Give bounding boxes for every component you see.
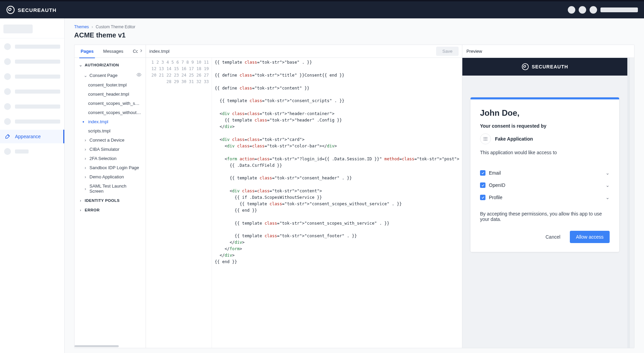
tree-file[interactable]: consent_scopes_without_service.tmpl — [75, 108, 146, 117]
chevron-down-icon[interactable]: ⌄ — [606, 182, 610, 188]
tree-group-label: Sandbox IDP Login Page — [89, 165, 139, 170]
eye-icon[interactable] — [136, 72, 142, 78]
chevron-down-icon[interactable]: ⌄ — [606, 170, 610, 176]
breadcrumb-current: Custom Theme Editor — [96, 25, 135, 29]
tree-group[interactable]: ›2FA Selection — [75, 154, 146, 163]
chevron-down-icon[interactable]: ⌄ — [606, 195, 610, 200]
page-head: Themes › Custom Theme Editor ACME theme … — [65, 18, 644, 45]
tree-group-label: Connect a Device — [89, 138, 125, 143]
brand-mark-icon — [6, 5, 15, 14]
tree-file[interactable]: scripts.tmpl — [75, 126, 146, 135]
paintbrush-icon — [4, 133, 11, 140]
svg-point-11 — [486, 140, 487, 141]
breadcrumb: Themes › Custom Theme Editor — [74, 25, 634, 29]
svg-point-8 — [486, 139, 487, 139]
brand-mark-icon — [522, 63, 529, 70]
tree-group[interactable]: ›SAML Test Launch Screen — [75, 181, 146, 196]
tree-section-label: ERROR — [85, 208, 100, 212]
cancel-button[interactable]: Cancel — [539, 231, 566, 243]
tab-pages[interactable]: Pages — [76, 45, 98, 58]
code-body[interactable]: {{ template class="tok-str">"base" . }} … — [212, 58, 462, 348]
preview-vertical-scrollbar[interactable] — [629, 58, 634, 348]
scope-row[interactable]: Email ⌄ — [480, 167, 610, 179]
header-placeholder-circle[interactable] — [579, 6, 586, 14]
brand-logo[interactable]: SECUREAUTH — [6, 5, 56, 14]
chevron-right-icon: › — [83, 186, 87, 191]
svg-point-3 — [484, 137, 484, 138]
allow-access-button[interactable]: Allow access — [570, 231, 610, 243]
editor-shell: Pages Messages Components ⌄ AUTHORIZATIO… — [74, 45, 634, 348]
header-placeholder-circle[interactable] — [590, 6, 597, 14]
sidebar-item-label: Appearance — [15, 134, 41, 139]
tab-messages[interactable]: Messages — [98, 45, 128, 58]
tree-file[interactable]: consent_scopes_with_service.tmpl — [75, 99, 146, 108]
tree-file[interactable]: consent_footer.tmpl — [75, 80, 146, 90]
chevron-right-icon: › — [83, 165, 87, 170]
save-button[interactable]: Save — [436, 47, 459, 56]
sidebar-item-placeholder[interactable] — [0, 55, 64, 68]
tree-section-identity-pools[interactable]: ›IDENTITY POOLS — [75, 196, 146, 205]
preview-viewport[interactable]: SECUREAUTH John Doe, Your consent is req… — [462, 58, 629, 348]
tree-section-authorization[interactable]: ⌄ AUTHORIZATION — [75, 60, 146, 70]
svg-point-7 — [485, 139, 486, 139]
tree-section-error[interactable]: ›ERROR — [75, 205, 146, 215]
consent-user-name: John Doe, — [480, 108, 610, 118]
preview-panel: Preview SECUREAUTH — [462, 45, 634, 348]
chevron-right-icon: › — [83, 147, 87, 152]
svg-point-9 — [484, 140, 484, 141]
chevron-right-icon: › — [83, 174, 87, 179]
tree-group[interactable]: ›Connect a Device — [75, 135, 146, 145]
sidebar-item-appearance[interactable]: Appearance — [0, 130, 64, 143]
sidebar-item-placeholder[interactable] — [0, 40, 64, 53]
tree-group-consent-page[interactable]: ⌄ Consent Page — [75, 70, 146, 80]
app-header: SECUREAUTH — [0, 1, 644, 18]
chevron-down-icon: ⌄ — [79, 63, 83, 67]
brand-text: SECUREAUTH — [18, 7, 56, 13]
chevron-right-icon: › — [79, 208, 83, 212]
tabs-scroll-right-icon[interactable] — [139, 48, 144, 54]
tree-group[interactable]: ›Sandbox IDP Login Page — [75, 163, 146, 172]
tree-group-label: Consent Page — [89, 73, 117, 78]
scope-row[interactable]: OpenID ⌄ — [480, 179, 610, 191]
chevron-down-icon: ⌄ — [83, 73, 87, 78]
tab-components[interactable]: Components — [128, 45, 138, 58]
sidebar-item-placeholder[interactable] — [0, 85, 64, 98]
checkbox-checked-icon[interactable] — [480, 195, 485, 200]
tree-section-label: AUTHORIZATION — [85, 63, 119, 67]
tree-group[interactable]: ›Demo Application — [75, 172, 146, 181]
tree-section-label: IDENTITY POOLS — [85, 198, 120, 203]
tree-file-active[interactable]: index.tmpl — [75, 117, 146, 126]
sidebar-item-placeholder[interactable] — [0, 115, 64, 128]
scope-name: Email — [489, 170, 602, 176]
tree-file[interactable]: consent_header.tmpl — [75, 90, 146, 99]
main-area: Themes › Custom Theme Editor ACME theme … — [65, 18, 644, 353]
consent-app-name: Fake Application — [495, 136, 533, 142]
checkbox-checked-icon[interactable] — [480, 182, 485, 188]
sidebar-workspace-selector[interactable] — [0, 22, 64, 38]
preview-header: Preview — [462, 45, 634, 58]
editor-toolbar: index.tmpl Save — [146, 45, 462, 58]
sidebar-item-placeholder[interactable] — [0, 145, 64, 158]
page-title: ACME theme v1 — [74, 31, 634, 39]
preview-topbar: SECUREAUTH — [462, 58, 627, 76]
tree-horizontal-scrollbar[interactable] — [75, 344, 146, 348]
sidebar-item-placeholder[interactable] — [0, 70, 64, 83]
scope-row[interactable]: Profile ⌄ — [480, 191, 610, 204]
code-panel: index.tmpl Save 1 2 3 4 5 6 7 8 9 10 11 … — [146, 45, 462, 348]
app-grid-icon — [480, 133, 491, 144]
sidebar-item-placeholder[interactable] — [0, 100, 64, 113]
code-editor[interactable]: 1 2 3 4 5 6 7 8 9 10 11 12 13 14 15 16 1… — [146, 58, 462, 348]
consent-actions: Cancel Allow access — [480, 231, 610, 243]
preview-brand-text: SECUREAUTH — [532, 64, 568, 69]
scope-name: Profile — [489, 195, 602, 200]
preview-header-label: Preview — [466, 49, 482, 54]
consent-card: John Doe, Your consent is requested by F… — [470, 97, 619, 252]
consent-accept-text: By accepting these permissions, you allo… — [480, 211, 610, 222]
chevron-right-icon: › — [92, 25, 93, 29]
tree-group[interactable]: ›CIBA Simulator — [75, 145, 146, 154]
header-placeholder-bar[interactable] — [600, 7, 638, 12]
checkbox-checked-icon[interactable] — [480, 170, 485, 176]
header-placeholder-circle[interactable] — [568, 6, 575, 14]
breadcrumb-root[interactable]: Themes — [74, 25, 89, 29]
consent-app-row: Fake Application — [480, 133, 610, 144]
